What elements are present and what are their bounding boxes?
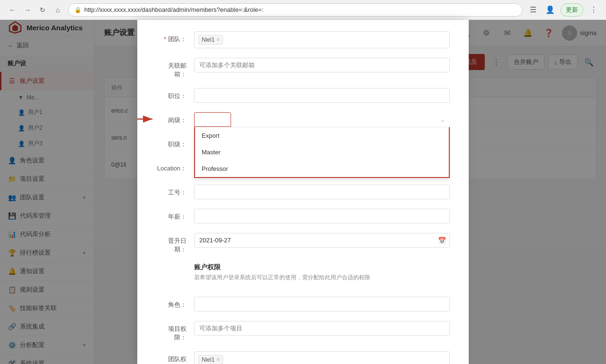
calendar-icon: 📅: [438, 237, 446, 244]
position-field-row: 职位：: [156, 88, 450, 103]
back-nav-btn[interactable]: ←: [6, 3, 19, 17]
forward-nav-btn[interactable]: →: [21, 3, 34, 17]
email-field-label: 关联邮箱：: [156, 58, 194, 79]
profile-btn[interactable]: 👤: [544, 3, 557, 17]
extensions-btn[interactable]: ☰: [526, 3, 540, 17]
team-tag-remove-btn[interactable]: ×: [216, 36, 220, 43]
team-perm-tag-input[interactable]: Niel1 ×: [194, 351, 450, 364]
team-perm-tag-niel1: Niel1 ×: [198, 355, 223, 364]
edit-member-panel: 团队： Niel1 × 关联邮箱： 职位： 岗级：: [137, 20, 469, 364]
promotion-date-label: 晋升日期：: [156, 233, 194, 254]
permissions-label-spacer: [156, 263, 194, 267]
team-perm-tag-remove-btn[interactable]: ×: [216, 356, 220, 363]
team-tag-niel1: Niel1 ×: [198, 35, 223, 44]
home-btn[interactable]: ⌂: [51, 3, 64, 17]
team-perm-tag-text: Niel1: [202, 356, 214, 363]
role-field-label: 角色：: [156, 297, 194, 309]
nav-buttons: ← → ↻ ⌂: [6, 3, 64, 17]
grade-field-label: 岗级：: [156, 112, 194, 124]
work-id-input[interactable]: [194, 185, 450, 199]
position-field-label: 职位：: [156, 88, 194, 100]
salary-input[interactable]: [194, 209, 450, 223]
role-field-row: 角色：: [156, 297, 450, 311]
permissions-header: 账户权限 若希望该用户登录系统后可以正常的使用，需分配给此用户合适的权限: [194, 263, 370, 287]
browser-actions: ☰ 👤 更新 ⋮: [526, 3, 600, 17]
dropdown-item-export[interactable]: Export: [195, 127, 449, 144]
browser-bar: ← → ↻ ⌂ 🔒 http://xxxx.xxxx.xxxx/dashboar…: [0, 0, 606, 20]
email-field-row: 关联邮箱：: [156, 58, 450, 79]
promotion-date-wrapper: 📅: [194, 233, 450, 248]
grade-dropdown-menu: Export Master Professor: [194, 127, 450, 178]
project-perm-input[interactable]: [194, 321, 450, 336]
permissions-desc: 若希望该用户登录系统后可以正常的使用，需分配给此用户合适的权限: [194, 274, 370, 282]
app-layout: Merico Analytics ← 返回 账户设 ☰ 账户设置 ▼ Me...…: [0, 20, 606, 364]
grade-select-wrapper: Export Master Professor ⌄ Export Master …: [194, 112, 450, 127]
update-btn[interactable]: 更新: [561, 3, 583, 17]
lock-icon: 🔒: [74, 7, 81, 13]
address-bar[interactable]: 🔒 http://xxxx.xxxx.xxxx/dashboard/admin/…: [68, 3, 523, 17]
work-id-field-row: 工号：: [156, 185, 450, 199]
permissions-section: 账户权限 若希望该用户登录系统后可以正常的使用，需分配给此用户合适的权限: [156, 263, 450, 287]
team-tag-input[interactable]: Niel1 ×: [194, 31, 450, 48]
salary-field-row: 年薪：: [156, 209, 450, 223]
grade-field-row: 岗级： Export: [156, 112, 450, 127]
dropdown-item-professor[interactable]: Professor: [195, 160, 449, 177]
level-field-label: 职级：: [156, 136, 194, 149]
team-field-label: 团队：: [156, 31, 194, 44]
team-field-row: 团队： Niel1 ×: [156, 31, 450, 48]
project-perm-field-row: 项目权限：: [156, 321, 450, 342]
permissions-title: 账户权限: [194, 263, 370, 272]
modal-overlay[interactable]: 团队： Niel1 × 关联邮箱： 职位： 岗级：: [0, 20, 606, 364]
permissions-header-row: 账户权限 若希望该用户登录系统后可以正常的使用，需分配给此用户合适的权限: [156, 263, 450, 287]
work-id-field-label: 工号：: [156, 185, 194, 197]
grade-select[interactable]: Export Master Professor: [194, 112, 231, 127]
grade-select-arrow-icon: ⌄: [440, 116, 445, 123]
project-perm-label: 项目权限：: [156, 321, 194, 342]
salary-field-label: 年薪：: [156, 209, 194, 221]
role-input[interactable]: [194, 297, 450, 311]
promotion-date-field-row: 晋升日期： 📅: [156, 233, 450, 254]
team-perm-field-row: 团队权限： Niel1 ×: [156, 351, 450, 364]
tag-text: Niel1: [202, 36, 214, 43]
location-field-label: Location：: [156, 160, 194, 173]
email-input[interactable]: [194, 58, 450, 72]
promotion-date-input[interactable]: [194, 233, 450, 248]
arrow-indicator: [137, 112, 156, 126]
team-perm-label: 团队权限：: [156, 351, 194, 364]
reload-btn[interactable]: ↻: [36, 3, 49, 17]
more-btn[interactable]: ⋮: [587, 3, 600, 17]
position-input[interactable]: [194, 88, 450, 103]
dropdown-item-master[interactable]: Master: [195, 144, 449, 160]
url-text: http://xxxx.xxxx.xxxx/dashboard/admin/me…: [84, 6, 264, 13]
